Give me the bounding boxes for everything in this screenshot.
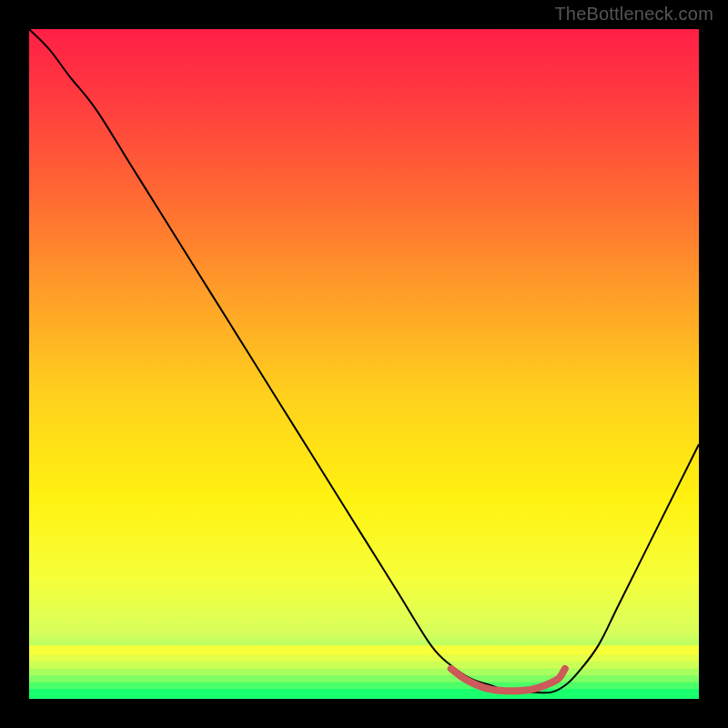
gradient-background — [29, 29, 699, 699]
chart-plot-area — [29, 29, 699, 699]
bottom-stripe — [29, 682, 699, 689]
bottom-stripe — [29, 675, 699, 682]
bottom-stripe — [29, 689, 699, 699]
chart-svg — [29, 29, 699, 699]
bottom-stripe — [29, 669, 699, 675]
bottom-stripe — [29, 655, 699, 662]
watermark-text: TheBottleneck.com — [554, 4, 713, 25]
bottom-stripe — [29, 662, 699, 669]
chart-container: TheBottleneck.com — [0, 0, 728, 728]
